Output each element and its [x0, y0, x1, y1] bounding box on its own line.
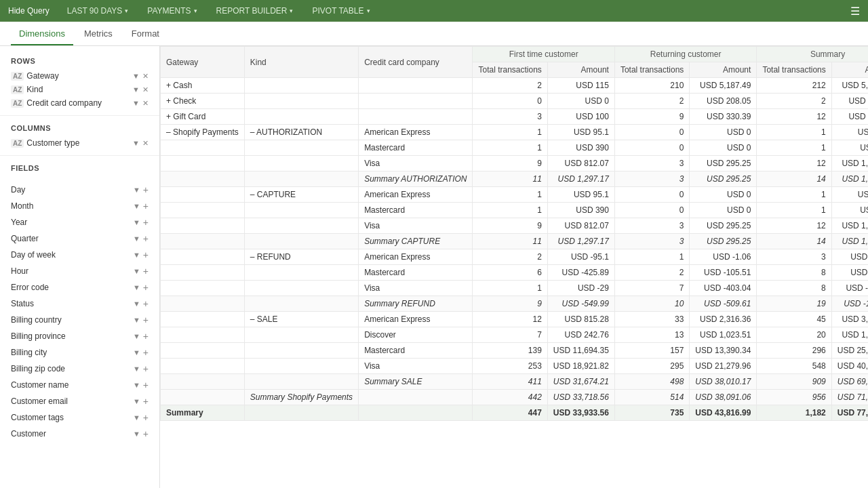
filter-icon[interactable]: ▼: [133, 202, 140, 210]
cell-rt-amt: USD 1,023.51: [690, 327, 757, 343]
add-field-icon[interactable]: +: [143, 380, 149, 390]
cell-s-amt: USD 1,107.32: [831, 156, 868, 171]
cell-s-amt: USD 208.05: [831, 94, 868, 109]
filter-icon[interactable]: ▼: [133, 332, 140, 340]
cell-rt-tx: 3: [614, 156, 689, 171]
nav-last-90-days[interactable]: LAST 90 DAYS ▾: [58, 0, 138, 22]
cell-kind: – SALE: [244, 312, 358, 327]
field-label: Billing city: [11, 348, 130, 357]
add-field-icon[interactable]: +: [143, 233, 149, 244]
filter-icon[interactable]: ▼: [133, 413, 140, 422]
cell-cc: Summary CAPTURE: [359, 234, 473, 249]
tab-dimensions[interactable]: Dimensions: [11, 23, 73, 45]
cell-ft-tx: 12: [473, 312, 547, 327]
filter-icon[interactable]: ▼: [133, 251, 140, 259]
row-gateway: AZ Gateway ▼ ✕: [0, 69, 159, 83]
add-field-icon[interactable]: +: [143, 412, 149, 423]
az-icon: AZ: [11, 139, 24, 148]
col-ct-label: Customer type: [26, 138, 130, 148]
add-field-icon[interactable]: +: [143, 428, 149, 439]
filter-icon[interactable]: ▼: [133, 218, 140, 226]
cell-gateway: [161, 234, 245, 249]
filter-icon[interactable]: ▼: [133, 316, 140, 324]
remove-icon[interactable]: ✕: [142, 85, 149, 94]
field-row: Billing zip code▼+: [0, 361, 159, 377]
add-field-icon[interactable]: +: [143, 266, 149, 277]
tab-metrics[interactable]: Metrics: [76, 23, 121, 45]
filter-icon[interactable]: ▼: [133, 267, 140, 275]
nav-report-builder[interactable]: REPORT BUILDER ▾: [207, 0, 303, 22]
cell-rt-tx: 1: [614, 249, 689, 265]
add-field-icon[interactable]: +: [143, 217, 149, 228]
cell-ft-tx: 253: [473, 359, 547, 374]
add-field-icon[interactable]: +: [143, 396, 149, 407]
cell-gateway: [161, 218, 245, 234]
nav-pivot-table[interactable]: PIVOT TABLE ▾: [302, 0, 379, 22]
cell-rt-amt: USD 0: [690, 125, 757, 140]
filter-icon[interactable]: ▼: [133, 186, 140, 194]
cell-ft-tx: 411: [473, 374, 547, 390]
cell-rt-amt: USD 0: [690, 140, 757, 156]
add-field-icon[interactable]: +: [143, 347, 149, 358]
cell-cc: [359, 390, 473, 405]
cell-rt-tx: 210: [614, 78, 689, 94]
add-field-icon[interactable]: +: [143, 298, 149, 309]
add-field-icon[interactable]: +: [143, 249, 149, 260]
cell-kind: – AUTHORIZATION: [244, 125, 358, 140]
filter-icon[interactable]: ▼: [133, 300, 140, 308]
cell-rt-amt: USD 2,316.36: [690, 312, 757, 327]
field-label: Customer: [11, 429, 130, 439]
hide-query-button[interactable]: Hide Query: [8, 6, 58, 16]
field-label: Day: [11, 185, 130, 195]
cell-s-amt: USD 1,107.32: [831, 218, 868, 234]
cell-s-amt: USD -1,059.6: [831, 296, 868, 312]
main-table-area: Gateway Kind Credit card company First t…: [160, 46, 868, 488]
nav-payments[interactable]: PAYMENTS ▾: [138, 0, 206, 22]
add-field-icon[interactable]: +: [143, 363, 149, 374]
cell-gateway: [161, 171, 245, 187]
add-field-icon[interactable]: +: [143, 314, 149, 325]
filter-icon[interactable]: ▼: [132, 72, 140, 80]
filter-icon[interactable]: ▼: [133, 397, 140, 405]
cell-kind: [244, 343, 358, 359]
table-row: + Cash 2 USD 115 210 USD 5,187.49 212 US…: [161, 78, 869, 94]
cell-ft-amt: USD -29: [547, 281, 614, 296]
cell-gateway: [161, 156, 245, 171]
remove-icon[interactable]: ✕: [142, 139, 149, 148]
filter-icon[interactable]: ▼: [133, 235, 140, 243]
field-row: Billing city▼+: [0, 344, 159, 361]
cell-gateway: Summary: [161, 405, 245, 421]
add-field-icon[interactable]: +: [143, 201, 149, 211]
filter-icon[interactable]: ▼: [132, 85, 140, 94]
cell-s-amt: USD 77,750.55: [831, 405, 868, 421]
filter-icon[interactable]: ▼: [133, 381, 140, 389]
table-row: Mastercard 1 USD 390 0 USD 0 1 USD 390: [161, 203, 869, 218]
filter-icon[interactable]: ▼: [132, 139, 140, 147]
cell-gateway: [161, 359, 245, 374]
fields-list: Day▼+Month▼+Year▼+Quarter▼+Day of week▼+…: [0, 182, 159, 442]
cell-s-tx: 3: [757, 249, 831, 265]
cell-rt-tx: 3: [614, 171, 689, 187]
cell-ft-tx: 0: [473, 94, 547, 109]
filter-icon[interactable]: ▼: [133, 430, 140, 438]
filter-icon[interactable]: ▼: [133, 365, 140, 373]
add-field-icon[interactable]: +: [143, 282, 149, 293]
cell-s-amt: USD 40,201.78: [831, 359, 868, 374]
filter-icon[interactable]: ▼: [133, 283, 140, 291]
menu-icon[interactable]: ☰: [850, 5, 860, 18]
field-label: Customer email: [11, 396, 130, 406]
add-field-icon[interactable]: +: [143, 184, 149, 195]
field-row: Year▼+: [0, 214, 159, 230]
field-row: Billing province▼+: [0, 328, 159, 344]
remove-icon[interactable]: ✕: [142, 99, 149, 108]
cell-s-amt: USD 390: [831, 140, 868, 156]
chevron-down-icon: ▾: [290, 7, 293, 14]
remove-icon[interactable]: ✕: [142, 72, 149, 81]
filter-icon[interactable]: ▼: [133, 348, 140, 357]
filter-icon[interactable]: ▼: [132, 99, 140, 107]
tab-format[interactable]: Format: [123, 23, 167, 45]
cell-cc: Discover: [359, 327, 473, 343]
add-field-icon[interactable]: +: [143, 331, 149, 342]
top-nav: Hide Query LAST 90 DAYS ▾ PAYMENTS ▾ REP…: [0, 0, 868, 22]
cell-rt-tx: 33: [614, 312, 689, 327]
